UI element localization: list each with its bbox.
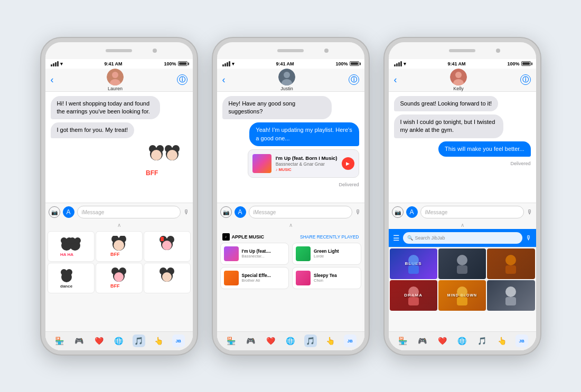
nav-bar-3: ‹ Kelly ⓘ [389, 69, 536, 92]
dock-music-active[interactable]: 🎵 [304, 334, 317, 347]
apps-input-icon[interactable]: A [235, 206, 246, 218]
sticker-panel-1: HA HA BFF dance BFF [45, 229, 193, 331]
sticker-item[interactable] [144, 231, 191, 262]
svg-rect-55 [408, 297, 419, 305]
sticker-item[interactable]: BFF [96, 231, 143, 262]
imessage-input-1[interactable]: iMessage [77, 206, 181, 218]
song-card-3[interactable]: Special Effe... Brother Ali [220, 267, 289, 289]
signal-icon [394, 61, 402, 66]
dock-music[interactable]: 🎵 [476, 334, 489, 347]
jibjab-item-3[interactable] [487, 248, 535, 279]
dock-heart[interactable]: ❤️ [92, 334, 105, 347]
messages-1: Hi! I went shopping today and found the … [45, 92, 193, 203]
svg-rect-57 [457, 297, 467, 305]
status-bar-2: ▾ 9:41 AM 100% [217, 59, 364, 69]
sticker-item[interactable] [144, 263, 191, 293]
song-thumb-4 [296, 271, 311, 285]
svg-point-54 [408, 286, 419, 297]
mic-icon-3[interactable]: 🎙 [527, 208, 533, 216]
back-button-3[interactable]: ‹ [394, 74, 397, 85]
dock-game[interactable]: 🎮 [416, 334, 429, 347]
message-row: I got them for you. My treat! [51, 122, 188, 138]
svg-rect-28 [161, 237, 164, 241]
imessage-input-3[interactable]: iMessage [420, 206, 524, 218]
dock-game[interactable]: 🎮 [73, 334, 86, 347]
info-button-1[interactable]: ⓘ [177, 74, 188, 85]
dock-heart[interactable]: ❤️ [436, 334, 448, 347]
jibjab-menu-icon[interactable]: ☰ [393, 234, 400, 242]
play-button[interactable]: ▶ [342, 157, 354, 170]
sticker-item[interactable]: HA HA [48, 231, 95, 262]
song-card-4[interactable]: Sleepy Tea Chon [292, 267, 361, 289]
message-row: Hey! Have any good song suggestions? [222, 96, 359, 120]
imessage-input-2[interactable]: iMessage [249, 206, 352, 218]
jibjab-item-6[interactable] [487, 280, 535, 311]
song-card-2[interactable]: Green Light Lorde [292, 243, 361, 265]
dock-jibjab[interactable]: JB [344, 334, 357, 347]
chevron-3: ∧ [389, 222, 536, 229]
back-button-1[interactable]: ‹ [51, 74, 54, 85]
sticker-item[interactable]: BFF [96, 263, 143, 293]
song-list: I'm Up (feat.... Bassnectar... Green Lig… [217, 243, 364, 289]
mic-icon-1[interactable]: 🎙 [183, 208, 190, 216]
dock-globe[interactable]: 🌐 [113, 334, 125, 347]
sticker-item[interactable]: dance [48, 263, 95, 293]
jibjab-item-2[interactable] [438, 248, 486, 279]
dock-store[interactable]: 🏪 [53, 334, 65, 347]
music-card[interactable]: I'm Up (feat. Born I Music) Bassnectar &… [248, 149, 359, 178]
bubble-outgoing: This will make you feel better... [438, 141, 530, 157]
song-card-1[interactable]: I'm Up (feat.... Bassnectar... [220, 243, 289, 265]
dock-mickey[interactable]: 👆 [324, 334, 336, 347]
camera-input-icon[interactable]: 📷 [392, 206, 404, 218]
jibjab-panel: ☰ 🔍 Search JibJab 🎙 BLUES [389, 229, 536, 331]
svg-point-22 [114, 240, 124, 251]
bubble-incoming: Hi! I went shopping today and found the … [51, 96, 160, 120]
jibjab-item-mindblown[interactable]: MIND BLOWN [438, 280, 486, 311]
jibjab-item-drama[interactable]: DRAMA [390, 280, 437, 311]
dock-store[interactable]: 🏪 [396, 334, 409, 347]
dock-jibjab-active[interactable]: JB [516, 334, 528, 347]
camera-input-icon[interactable]: 📷 [220, 206, 232, 218]
song-artist-2: Lorde [314, 254, 358, 259]
svg-point-58 [505, 286, 516, 297]
svg-point-6 [151, 150, 162, 160]
jibjab-mic-icon[interactable]: 🎙 [526, 234, 532, 242]
dock-heart[interactable]: ❤️ [264, 334, 277, 347]
camera-input-icon[interactable]: 📷 [49, 206, 60, 218]
status-time-1: 9:41 AM [104, 61, 122, 66]
jibjab-search-field[interactable]: 🔍 Search JibJab [403, 232, 522, 244]
signal-icon [51, 61, 59, 66]
dock-globe[interactable]: 🌐 [284, 334, 297, 347]
svg-rect-49 [408, 265, 419, 274]
back-button-2[interactable]: ‹ [222, 74, 226, 85]
dock-game[interactable]: 🎮 [245, 334, 257, 347]
svg-text:BFF: BFF [110, 283, 120, 289]
dock-store[interactable]: 🏪 [224, 334, 237, 347]
dock-3: 🏪 🎮 ❤️ 🌐 🎵 👆 JB [389, 331, 536, 350]
dock-mickey[interactable]: 👆 [495, 334, 508, 347]
svg-point-17 [74, 237, 81, 244]
svg-text:BFF: BFF [146, 169, 158, 177]
svg-point-56 [457, 286, 467, 297]
apps-input-icon[interactable]: A [63, 206, 74, 218]
dock-music-active[interactable]: 🎵 [133, 334, 145, 347]
status-time-3: 9:41 AM [447, 61, 465, 66]
info-button-3[interactable]: ⓘ [520, 74, 531, 85]
dock-mickey[interactable]: 👆 [152, 334, 165, 347]
screen-3: ▾ 9:41 AM 100% ‹ Kelly ⓘ Sounds great! L… [389, 59, 536, 350]
message-row: Sounds great! Looking forward to it! [394, 96, 531, 111]
battery-percent-2: 100% [335, 61, 348, 66]
apps-input-icon[interactable]: A [406, 206, 418, 218]
message-row: I wish I could go tonight, but I twisted… [394, 114, 531, 138]
phone-1: ▾ 9:41 AM 100% ‹ Lauren ⓘ Hi! I went sho… [41, 38, 197, 355]
dock-jibjab[interactable]: JB [172, 334, 185, 347]
dock-globe[interactable]: 🌐 [456, 334, 468, 347]
info-button-2[interactable]: ⓘ [349, 74, 359, 85]
camera-2 [324, 49, 329, 53]
jibjab-item-blues[interactable]: BLUES [390, 248, 437, 279]
share-recently-played[interactable]: SHARE RECENTLY PLAYED [300, 234, 359, 240]
mic-icon-2[interactable]: 🎙 [355, 208, 361, 216]
svg-point-52 [505, 255, 516, 265]
message-row: This will make you feel better... [394, 141, 531, 157]
svg-text:HA HA: HA HA [60, 252, 73, 257]
